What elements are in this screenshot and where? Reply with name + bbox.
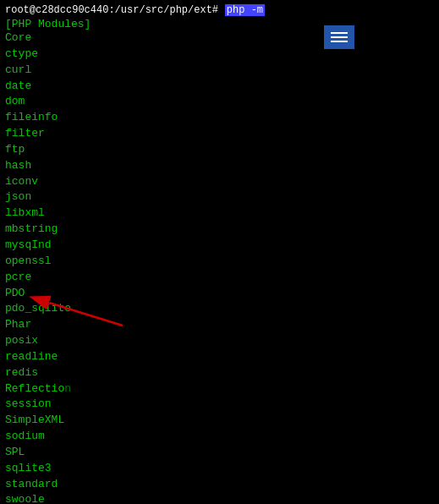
module-mbstring: mbstring — [5, 222, 434, 238]
module-spl: SPL — [5, 445, 434, 461]
module-redis: redis — [5, 365, 434, 381]
module-reflection: Reflection — [5, 381, 434, 397]
module-sqlite3: sqlite3 — [5, 461, 434, 477]
scroll-line-2 — [331, 36, 348, 38]
module-readline: readline — [5, 349, 434, 365]
module-posix: posix — [5, 333, 434, 349]
module-json: json — [5, 189, 434, 205]
module-mysqInd: mysqInd — [5, 238, 434, 254]
module-filter: filter — [5, 126, 434, 142]
module-sodium: sodium — [5, 429, 434, 445]
module-standard: standard — [5, 477, 434, 493]
module-iconv: iconv — [5, 174, 434, 190]
module-hash: hash — [5, 158, 434, 174]
php-modules-header: [PHP Modules] — [5, 18, 434, 30]
module-curl: curl — [5, 63, 434, 79]
module-fileinfo: fileinfo — [5, 110, 434, 126]
command-text: php -m — [225, 4, 265, 16]
prompt-text: root@c28dcc90c440:/usr/src/php/ext# — [5, 4, 218, 16]
prompt-line: root@c28dcc90c440:/usr/src/php/ext# php … — [5, 3, 434, 16]
module-swoole: swoole — [5, 492, 434, 504]
scroll-indicator — [324, 25, 354, 49]
module-libxml: libxml — [5, 205, 434, 222]
scroll-lines-icon — [331, 32, 348, 42]
module-pdo-sqlite: pdo_sqlite — [5, 301, 434, 317]
scroll-line-1 — [331, 32, 348, 34]
module-phar: Phar — [5, 317, 434, 333]
scroll-line-3 — [331, 41, 348, 42]
module-ctype: ctype — [5, 47, 434, 63]
module-session: session — [5, 397, 434, 413]
module-pdo: PDO — [5, 286, 434, 302]
module-core: Core — [5, 30, 434, 47]
terminal-window: root@c28dcc90c440:/usr/src/php/ext# php … — [0, 0, 439, 504]
module-ftp: ftp — [5, 142, 434, 158]
module-list: Core ctype curl date dom fileinfo filter… — [5, 30, 434, 504]
module-simplexml: SimpleXML — [5, 413, 434, 429]
module-openssl: openssl — [5, 254, 434, 270]
module-dom: dom — [5, 94, 434, 110]
module-pcre: pcre — [5, 270, 434, 286]
module-date: date — [5, 79, 434, 95]
